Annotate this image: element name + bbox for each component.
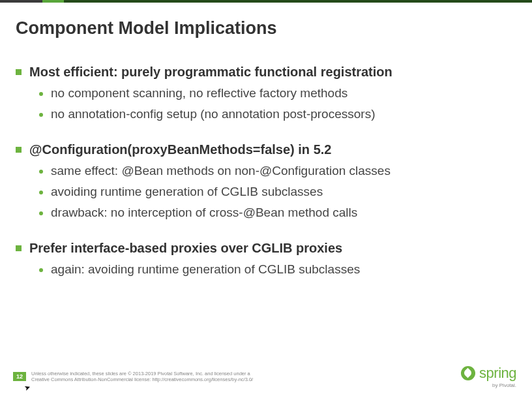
spring-leaf-icon	[461, 366, 475, 380]
slide-content: Component Model Implications Most effici…	[0, 3, 532, 277]
bullet-l1-text: @Configuration(proxyBeanMethods=false) i…	[29, 142, 331, 157]
bullet-l2-text: drawback: no interception of cross-@Bean…	[51, 206, 357, 220]
footer-right: spring by Pivotal.	[461, 365, 516, 388]
bullet-l2-text: again: avoiding runtime generation of CG…	[51, 262, 360, 277]
dot-bullet-icon	[39, 113, 43, 117]
footer-left: 12 Unless otherwise indicated, these sli…	[13, 371, 253, 382]
bullet-l2-text: no component scanning, no reflective fac…	[51, 86, 347, 100]
bullet-l2-text: no annotation-config setup (no annotatio…	[51, 107, 375, 121]
section-3: Prefer interface-based proxies over CGLI…	[16, 241, 516, 277]
footer-fineprint: Unless otherwise indicated, these slides…	[31, 371, 253, 382]
bullet-l2: no annotation-config setup (no annotatio…	[39, 107, 516, 121]
section-1: Most efficient: purely programmatic func…	[16, 65, 516, 121]
bullet-l1-text: Most efficient: purely programmatic func…	[29, 65, 392, 80]
dot-bullet-icon	[39, 191, 43, 194]
footer-line-1: Unless otherwise indicated, these slides…	[31, 371, 253, 377]
bullet-l1: Prefer interface-based proxies over CGLI…	[16, 241, 516, 256]
bullet-l2-text: avoiding runtime generation of CGLIB sub…	[51, 185, 323, 199]
bullet-l1: Most efficient: purely programmatic func…	[16, 65, 516, 80]
bullet-l1-text: Prefer interface-based proxies over CGLI…	[29, 241, 342, 256]
bullet-l2-text: same effect: @Bean methods on non-@Confi…	[51, 164, 391, 178]
bullet-l2: avoiding runtime generation of CGLIB sub…	[39, 185, 516, 199]
bullet-l1: @Configuration(proxyBeanMethods=false) i…	[16, 142, 516, 157]
bullet-l2: no component scanning, no reflective fac…	[39, 86, 516, 100]
section-2: @Configuration(proxyBeanMethods=false) i…	[16, 142, 516, 220]
bullet-l2: same effect: @Bean methods on non-@Confi…	[39, 164, 516, 178]
dot-bullet-icon	[39, 211, 43, 215]
dot-bullet-icon	[39, 268, 43, 272]
spring-wordmark: spring	[479, 365, 516, 382]
dot-bullet-icon	[39, 170, 43, 174]
bullet-l2: drawback: no interception of cross-@Bean…	[39, 206, 516, 220]
square-bullet-icon	[16, 245, 22, 251]
slide-footer: 12 Unless otherwise indicated, these sli…	[0, 365, 532, 388]
slide-title: Component Model Implications	[16, 18, 516, 38]
brand-subtext: by Pivotal.	[492, 382, 516, 388]
square-bullet-icon	[16, 69, 22, 75]
footer-line-2: Creative Commons Attribution-NonCommerci…	[31, 377, 253, 382]
dot-bullet-icon	[39, 92, 43, 96]
square-bullet-icon	[16, 147, 22, 153]
bullet-l2: again: avoiding runtime generation of CG…	[39, 262, 516, 277]
spring-logo: spring	[461, 365, 516, 382]
page-number-badge: 12	[13, 372, 26, 381]
